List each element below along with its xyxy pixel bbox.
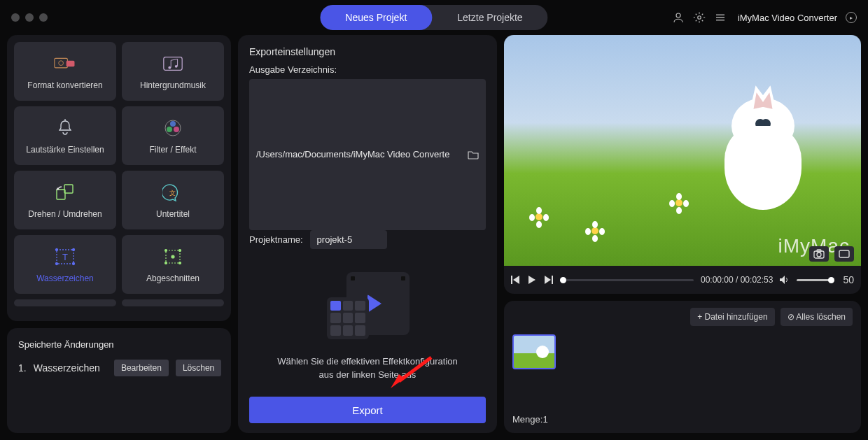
gear-icon[interactable] <box>693 11 706 24</box>
edit-button[interactable]: Bearbeiten <box>114 360 169 376</box>
placeholder-caption: Wählen Sie die effektiven Effektkonfigur… <box>277 355 458 382</box>
svg-point-13 <box>170 121 176 127</box>
svg-marker-43 <box>780 276 785 284</box>
tool-more[interactable] <box>14 299 116 306</box>
svg-text:T: T <box>62 252 68 262</box>
tool-rotate[interactable]: Drehen / Umdrehen <box>14 171 116 229</box>
tab-new-project[interactable]: Neues Projekt <box>320 5 432 30</box>
output-dir-field[interactable]: /Users/mac/Documents/iMyMac Video Conver… <box>249 79 486 230</box>
qty-label: Menge: <box>512 414 542 425</box>
svg-point-24 <box>56 263 58 265</box>
export-button[interactable]: Export <box>249 397 486 423</box>
svg-rect-5 <box>55 58 68 67</box>
file-thumbnail[interactable] <box>512 334 556 369</box>
app-name: iMyMac Video Converter <box>738 13 837 23</box>
tool-format-convert[interactable]: Format konvertieren <box>14 42 116 101</box>
clear-all-label: Alles löschen <box>796 312 846 322</box>
volume-icon[interactable] <box>780 276 790 284</box>
clear-all-button[interactable]: ⊘ Alles löschen <box>780 308 853 326</box>
svg-marker-39 <box>513 276 519 284</box>
transport-bar: 00:00:00 / 00:02:53 50 <box>504 266 861 294</box>
tool-label: Filter / Effekt <box>149 145 196 155</box>
tool-filter[interactable]: Filter / Effekt <box>122 106 224 165</box>
svg-point-9 <box>168 66 171 69</box>
svg-point-1 <box>698 16 701 20</box>
snapshot-button[interactable] <box>809 246 829 262</box>
svg-rect-8 <box>164 57 182 71</box>
svg-point-35 <box>817 253 821 257</box>
change-row: 1. Wasserzeichen Bearbeiten Löschen <box>18 360 220 376</box>
placeholder-area: Wählen Sie die effektiven Effektkonfigur… <box>249 257 486 397</box>
folder-icon[interactable] <box>468 150 479 159</box>
tool-more[interactable] <box>122 299 224 306</box>
rotate-icon <box>54 181 76 204</box>
tab-recent-projects[interactable]: Letzte Projekte <box>432 5 547 30</box>
volume-value: 50 <box>843 274 854 285</box>
svg-point-23 <box>73 249 75 251</box>
svg-point-15 <box>174 127 179 132</box>
svg-point-22 <box>56 249 58 251</box>
svg-point-27 <box>172 255 174 258</box>
svg-point-0 <box>676 13 680 17</box>
svg-point-28 <box>165 250 167 252</box>
svg-rect-17 <box>64 185 73 193</box>
delete-button[interactable]: Löschen <box>176 360 221 376</box>
music-icon <box>162 52 184 75</box>
project-tabs: Neues Projekt Letzte Projekte <box>320 5 547 30</box>
tool-volume[interactable]: Lautstärke Einstellen <box>14 106 116 165</box>
header-actions: iMyMac Video Converter ▸ <box>672 11 857 24</box>
placeholder-line1: Wählen Sie die effektiven Effektkonfigur… <box>277 355 458 369</box>
menu-icon[interactable] <box>714 11 727 24</box>
user-icon[interactable] <box>672 11 685 24</box>
svg-text:文: 文 <box>169 190 176 197</box>
tool-label: Untertitel <box>156 209 190 219</box>
play-button[interactable] <box>528 276 536 284</box>
project-name-label: Projektname: <box>249 234 303 245</box>
file-list-panel: + Datei hinzufügen ⊘ Alles löschen Menge… <box>504 301 861 433</box>
maximize-dot[interactable] <box>39 13 48 22</box>
saved-changes-heading: Speicherte Änderungen <box>18 339 220 350</box>
bell-icon <box>54 117 76 139</box>
svg-rect-16 <box>57 190 65 199</box>
tool-watermark[interactable]: T Wasserzeichen <box>14 235 116 294</box>
export-panel: Exporteinstellungen Ausgabe Verzeichnis:… <box>238 35 497 433</box>
add-file-label: Datei hinzufügen <box>705 312 768 322</box>
svg-point-6 <box>59 61 64 66</box>
tool-bg-music[interactable]: Hintergrundmusik <box>122 42 224 101</box>
close-dot[interactable] <box>11 13 20 22</box>
placeholder-graphic <box>318 272 416 342</box>
change-index: 1. <box>18 362 27 374</box>
placeholder-line2: aus der linken Seite aus <box>277 368 458 382</box>
svg-point-25 <box>73 263 75 265</box>
prev-button[interactable] <box>511 276 521 284</box>
fullscreen-button[interactable] <box>834 246 854 262</box>
change-label: Wasserzeichen <box>34 362 100 374</box>
qty-value: 1 <box>542 414 547 425</box>
add-file-button[interactable]: + Datei hinzufügen <box>690 308 774 326</box>
progress-bar[interactable] <box>560 279 694 281</box>
preview-panel: iMyMac 00:00:00 / 00:02:53 5 <box>504 35 861 294</box>
output-dir-value: /Users/mac/Documents/iMyMac Video Conver… <box>256 149 463 159</box>
tool-crop[interactable]: Abgeschnitten <box>122 235 224 294</box>
volume-slider[interactable] <box>797 279 832 281</box>
tool-label: Wasserzeichen <box>36 274 94 283</box>
help-icon[interactable]: ▸ <box>846 12 857 23</box>
minimize-dot[interactable] <box>25 13 34 22</box>
window-controls <box>11 13 48 22</box>
svg-rect-7 <box>66 61 75 66</box>
svg-point-14 <box>167 127 172 132</box>
svg-marker-40 <box>528 276 536 284</box>
next-button[interactable] <box>543 276 553 284</box>
color-wheel-icon <box>162 117 184 139</box>
output-dir-label: Ausgabe Verzeichnis: <box>249 64 486 75</box>
titlebar: Neues Projekt Letzte Projekte iMyMac Vid… <box>0 0 868 35</box>
tool-subtitle[interactable]: 文 Untertitel <box>122 171 224 229</box>
tool-palette: Format konvertieren Hintergrundmusik Lau… <box>7 35 231 321</box>
convert-icon <box>54 52 76 75</box>
tool-label: Hintergrundmusik <box>140 80 206 90</box>
project-name-input[interactable] <box>310 230 387 249</box>
video-preview[interactable]: iMyMac <box>504 35 861 266</box>
time-display: 00:00:00 / 00:02:53 <box>701 275 773 285</box>
saved-changes-panel: Speicherte Änderungen 1. Wasserzeichen B… <box>7 328 231 433</box>
tool-label: Abgeschnitten <box>146 274 200 283</box>
